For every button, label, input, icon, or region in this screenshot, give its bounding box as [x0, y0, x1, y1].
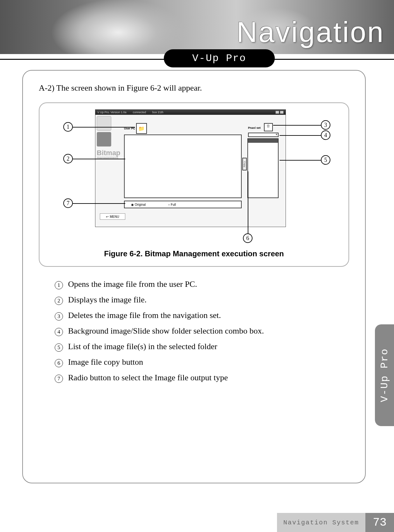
- intro-text: A-2) The screen shown in Figure 6-2 will…: [39, 83, 349, 93]
- output-type-radios: Original Full: [124, 201, 242, 208]
- screenshot-diagram: V Up Pro. Version 1.0a connected box 21t…: [44, 109, 344, 246]
- callout-3: 3: [321, 120, 330, 130]
- page-number: 73: [365, 513, 394, 532]
- callout-6: 6: [243, 233, 252, 243]
- callout-4-line: [280, 135, 321, 136]
- radio-original[interactable]: Original: [131, 203, 146, 206]
- legend-item: 3 Deletes the image file from the naviga…: [55, 311, 349, 321]
- titlebar: V Up Pro. Version 1.0a connected box 21t…: [95, 110, 286, 115]
- callout-6-line: [248, 171, 248, 233]
- legend-text: Displays the image file.: [68, 295, 147, 305]
- open-folder-button[interactable]: 📁: [136, 123, 147, 134]
- legend-item: 6 Image file copy button: [55, 357, 349, 367]
- callout-5-line: [280, 160, 321, 161]
- section-pill: V-Up Pro: [164, 49, 275, 67]
- callout-1-line: [73, 127, 135, 128]
- figure-box: V Up Pro. Version 1.0a connected box 21t…: [39, 102, 349, 267]
- close-icon[interactable]: [280, 111, 284, 114]
- delete-button[interactable]: 🗑: [264, 123, 273, 131]
- minimize-icon[interactable]: [275, 111, 279, 114]
- legend-num: 2: [55, 297, 63, 305]
- legend-item: 4 Background image/Slide show folder sel…: [55, 326, 349, 336]
- file-list[interactable]: [247, 138, 279, 198]
- image-preview-area: [124, 135, 242, 198]
- legend-item: 1 Opens the image file from the user PC.: [55, 280, 349, 289]
- bitmap-label: Bitmap management: [97, 150, 121, 159]
- legend-list: 1 Opens the image file from the user PC.…: [39, 280, 349, 383]
- footer: Navigation System 73: [0, 513, 394, 532]
- figure-caption: Figure 6-2. Bitmap Management execution …: [44, 249, 344, 258]
- callout-5: 5: [321, 155, 330, 165]
- callout-2: 2: [63, 154, 73, 163]
- content-frame: A-2) The screen shown in Figure 6-2 will…: [22, 70, 366, 483]
- section-header: V-Up Pro: [0, 49, 394, 68]
- callout-4: 4: [321, 130, 330, 140]
- legend-num: 7: [55, 375, 63, 383]
- sidebar-icons: [97, 116, 113, 147]
- app-body: Bitmap management User PC 📁 Pnavi set 🗑 …: [95, 115, 286, 227]
- callout-7: 7: [63, 198, 73, 208]
- menu-button[interactable]: ↩ MENU: [100, 213, 125, 220]
- menu-label: MENU: [110, 215, 119, 218]
- status-text: connected: [133, 111, 146, 114]
- callout-1: 1: [63, 122, 73, 132]
- legend-text: Deletes the image file from the navigati…: [68, 311, 221, 320]
- legend-text: Radio button to select the Image file ou…: [68, 373, 228, 383]
- banner-title: Navigation: [237, 16, 384, 49]
- window-controls: [275, 111, 284, 114]
- side-tab-label: V-Up Pro: [379, 348, 391, 402]
- legend-text: Background image/Slide show folder selec…: [68, 326, 264, 336]
- legend-text: Image file copy button: [68, 357, 143, 367]
- legend-num: 3: [55, 312, 63, 321]
- sidebar-icon-1[interactable]: [97, 116, 111, 131]
- folder-combo[interactable]: [248, 133, 279, 137]
- folder-icon: 📁: [138, 126, 145, 132]
- legend-text: List of the image file(s) in the selecte…: [68, 342, 217, 351]
- side-tab: V-Up Pro: [375, 324, 394, 426]
- window-title: V Up Pro. Version 1.0a: [97, 111, 127, 114]
- copy-button[interactable]: Copy: [242, 158, 247, 170]
- legend-num: 5: [55, 343, 63, 352]
- banner-image: Navigation: [0, 0, 394, 54]
- legend-num: 6: [55, 359, 63, 367]
- callout-3-line: [273, 125, 321, 126]
- legend-num: 4: [55, 328, 63, 336]
- user-pc-label: User PC: [124, 127, 135, 130]
- sidebar-icon-2[interactable]: [97, 132, 111, 147]
- legend-item: 2 Displays the image file.: [55, 295, 349, 305]
- callout-2-line: [73, 159, 125, 159]
- box-text: box 21th: [152, 111, 163, 114]
- pnavi-label: Pnavi set: [248, 126, 261, 129]
- legend-item: 7 Radio button to select the Image file …: [55, 373, 349, 383]
- footer-label: Navigation System: [277, 513, 365, 532]
- list-header: [248, 139, 278, 143]
- legend-text: Opens the image file from the user PC.: [68, 280, 197, 289]
- legend-item: 5 List of the image file(s) in the selec…: [55, 342, 349, 352]
- menu-icon: ↩: [106, 215, 108, 218]
- callout-7-line: [73, 203, 125, 204]
- radio-full[interactable]: Full: [168, 203, 176, 206]
- legend-num: 1: [55, 281, 63, 289]
